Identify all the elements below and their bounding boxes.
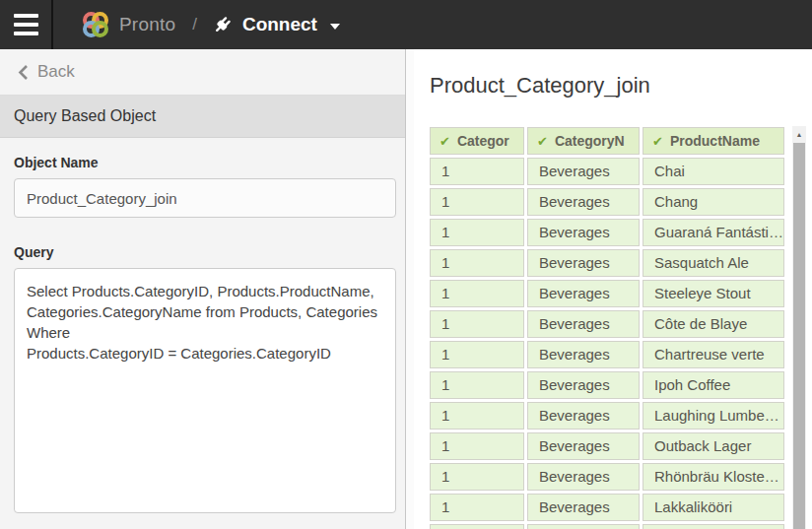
cell-product-name: Rhönbräu Klosterbier: [643, 463, 784, 491]
chevron-down-icon: [330, 24, 340, 30]
cell-product-name: Outback Lager: [643, 432, 784, 460]
pronto-logo-icon: [82, 11, 109, 38]
cell-category-name: Beverages: [527, 249, 640, 277]
back-label: Back: [37, 62, 75, 82]
plug-icon: [212, 15, 233, 35]
cell-category-name: Beverages: [527, 341, 640, 368]
cell-product-name: Ipoh Coffee: [643, 371, 784, 399]
cell-product-name: Chang: [643, 188, 784, 216]
table-row: 1 Beverages Chang: [430, 188, 785, 216]
hamburger-bar: [14, 14, 38, 18]
table-row: 1 Beverages Outback Lager: [430, 432, 785, 460]
scrollbar-thumb[interactable]: [793, 143, 805, 529]
section-title: Query Based Object: [14, 107, 156, 125]
cell-category-id: 1: [430, 432, 524, 460]
table-row: 1 Beverages Laughing Lumberjack Lager: [430, 402, 785, 430]
column-header-categoryid[interactable]: ✔ Categor: [430, 127, 524, 155]
table-row: 1 Beverages Rhönbräu Klosterbier: [430, 463, 785, 491]
cell-product-name: Sasquatch Ale: [643, 249, 784, 277]
cell-category-name: Beverages: [527, 463, 640, 491]
cell-category-id: 1: [430, 494, 524, 521]
table-scrollbar[interactable]: ▲: [792, 126, 806, 529]
brand-name: Pronto: [119, 14, 175, 35]
cell-product-name: [643, 524, 784, 529]
cell-category-id: 1: [430, 249, 524, 277]
connect-menu[interactable]: Connect: [212, 14, 340, 35]
check-icon: ✔: [652, 135, 663, 148]
main-area: Back Query Based Object Object Name Quer…: [0, 49, 812, 529]
cell-category-name: Beverages: [527, 158, 640, 185]
breadcrumb-separator: /: [192, 15, 197, 34]
table-row: 1 Beverages Chartreuse verte: [430, 341, 785, 368]
cell-category-name: Beverages: [527, 402, 640, 430]
object-name-input[interactable]: [14, 178, 396, 218]
column-header-productname[interactable]: ✔ ProductName: [643, 127, 784, 155]
table-row: 1 Beverages Steeleye Stout: [430, 280, 785, 307]
query-label: Query: [14, 244, 395, 260]
back-button[interactable]: Back: [0, 49, 405, 96]
cell-category-id: 1: [430, 463, 524, 491]
table-row: 1 Beverages Ipoh Coffee: [430, 371, 785, 399]
table-header-row: ✔ Categor ✔ CategoryN ✔ ProductName: [430, 127, 785, 155]
results-table: ✔ Categor ✔ CategoryN ✔ ProductName 1 Be…: [430, 127, 785, 529]
check-icon: ✔: [440, 135, 450, 148]
table-row: 1 Beverages Chai: [430, 158, 785, 185]
column-label: ProductName: [670, 133, 760, 149]
cell-category-id: 1: [430, 219, 524, 246]
cell-product-name: Laughing Lumberjack Lager: [643, 402, 784, 430]
cell-category-name: Beverages: [527, 432, 640, 460]
cell-category-name: Beverages: [527, 494, 640, 521]
cell-product-name: Chartreuse verte: [643, 341, 784, 368]
cell-category-id: 1: [430, 158, 524, 185]
cell-category-name: Beverages: [527, 219, 640, 246]
cell-category-name: [527, 524, 640, 529]
chevron-left-icon: [18, 64, 29, 81]
preview-panel: Product_Category_join ✔ Categor ✔ Catego…: [414, 49, 812, 529]
cell-product-name: Côte de Blaye: [643, 310, 784, 338]
check-icon: ✔: [537, 135, 548, 148]
cell-product-name: Steeleye Stout: [643, 280, 784, 307]
table-row: 1 Beverages Lakkalikööri: [430, 494, 785, 521]
scrollbar-up-arrow[interactable]: ▲: [792, 126, 806, 143]
cell-category-id: [430, 524, 524, 529]
cell-category-id: 1: [430, 341, 524, 368]
table-rows: 1 Beverages Chai 1 Beverages Chang 1 Bev…: [430, 158, 785, 529]
top-bar: Pronto / Connect: [0, 0, 812, 49]
cell-product-name: Chai: [643, 158, 784, 185]
object-name-label: Object Name: [14, 155, 395, 170]
table-row: [430, 524, 785, 529]
cell-category-id: 1: [430, 402, 524, 430]
cell-product-name: Guaraná Fantástica: [643, 219, 784, 246]
column-label: Categor: [457, 133, 509, 149]
cell-product-name: Lakkalikööri: [643, 494, 784, 521]
preview-title: Product_Category_join: [430, 73, 812, 99]
hamburger-bar: [14, 32, 38, 35]
brand-link[interactable]: Pronto: [82, 11, 175, 38]
cell-category-id: 1: [430, 188, 524, 216]
cell-category-id: 1: [430, 280, 524, 307]
cell-category-name: Beverages: [527, 188, 640, 216]
table-row: 1 Beverages Guaraná Fantástica: [430, 219, 785, 246]
cell-category-name: Beverages: [527, 310, 640, 338]
cell-category-name: Beverages: [527, 371, 640, 399]
left-panel-scrollbar[interactable]: [406, 49, 414, 529]
query-object-form: Object Name Query Select Products.Catego…: [0, 138, 405, 517]
hamburger-bar: [14, 23, 38, 27]
table-row: 1 Beverages Sasquatch Ale: [430, 249, 785, 277]
menu-hamburger-button[interactable]: [0, 0, 53, 49]
column-header-categoryname[interactable]: ✔ CategoryN: [527, 127, 640, 155]
table-row: 1 Beverages Côte de Blaye: [430, 310, 785, 338]
cell-category-id: 1: [430, 371, 524, 399]
left-panel: Back Query Based Object Object Name Quer…: [0, 49, 406, 529]
cell-category-name: Beverages: [527, 280, 640, 307]
cell-category-id: 1: [430, 310, 524, 338]
section-header: Query Based Object: [0, 96, 405, 138]
query-input[interactable]: Select Products.CategoryID, Products.Pro…: [14, 268, 396, 513]
column-label: CategoryN: [555, 133, 625, 149]
connect-label: Connect: [242, 14, 317, 35]
